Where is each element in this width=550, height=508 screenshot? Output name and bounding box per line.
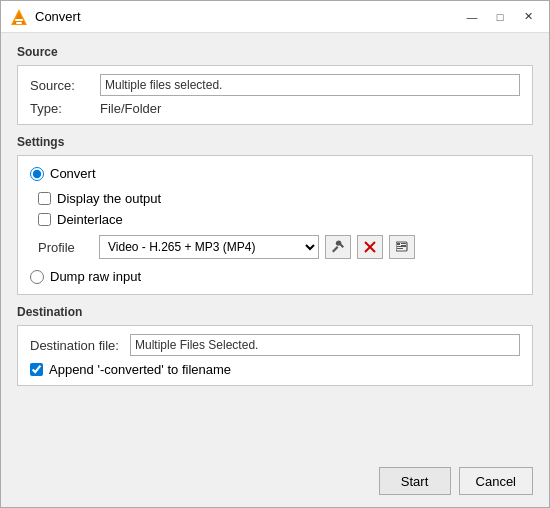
source-section: Source Source: Type: File/Folder	[17, 45, 533, 125]
settings-box: Convert Display the output Deinterlace P…	[17, 155, 533, 295]
footer: Start Cancel	[1, 459, 549, 507]
profile-label: Profile	[38, 240, 93, 255]
profile-select[interactable]: Video - H.265 + MP3 (MP4) Video - H.264 …	[99, 235, 319, 259]
dest-file-row: Destination file:	[30, 334, 520, 356]
svg-rect-7	[397, 243, 400, 245]
svg-rect-11	[397, 248, 403, 249]
append-row: Append '-converted' to filename	[30, 362, 520, 377]
edit-profile-button[interactable]	[325, 235, 351, 259]
dump-radio[interactable]	[30, 270, 44, 284]
window-title: Convert	[35, 9, 459, 24]
minimize-button[interactable]: —	[459, 7, 485, 27]
deinterlace-checkbox[interactable]	[38, 213, 51, 226]
append-label[interactable]: Append '-converted' to filename	[49, 362, 231, 377]
svg-rect-3	[16, 22, 22, 24]
type-row: Type: File/Folder	[30, 101, 520, 116]
svg-rect-9	[401, 245, 406, 246]
source-label: Source:	[30, 78, 100, 93]
dest-file-input[interactable]	[130, 334, 520, 356]
display-output-label[interactable]: Display the output	[57, 191, 161, 206]
window-controls: — □ ✕	[459, 7, 541, 27]
convert-radio-label[interactable]: Convert	[50, 166, 96, 181]
close-button[interactable]: ✕	[515, 7, 541, 27]
profile-row: Profile Video - H.265 + MP3 (MP4) Video …	[38, 235, 520, 259]
vlc-icon	[9, 7, 29, 27]
cancel-button[interactable]: Cancel	[459, 467, 533, 495]
destination-box: Destination file: Append '-converted' to…	[17, 325, 533, 386]
wrench-icon	[331, 240, 345, 254]
type-label: Type:	[30, 101, 100, 116]
dest-file-label: Destination file:	[30, 338, 130, 353]
svg-rect-10	[397, 246, 406, 247]
display-output-row: Display the output	[38, 191, 520, 206]
start-button[interactable]: Start	[379, 467, 451, 495]
delete-icon	[364, 241, 376, 253]
deinterlace-label[interactable]: Deinterlace	[57, 212, 123, 227]
main-content: Source Source: Type: File/Folder Setting…	[1, 33, 549, 459]
settings-section: Settings Convert Display the output Dein…	[17, 135, 533, 295]
settings-section-label: Settings	[17, 135, 533, 149]
new-profile-icon	[396, 241, 409, 254]
destination-section-label: Destination	[17, 305, 533, 319]
deinterlace-row: Deinterlace	[38, 212, 520, 227]
title-bar: Convert — □ ✕	[1, 1, 549, 33]
maximize-button[interactable]: □	[487, 7, 513, 27]
convert-radio-row: Convert	[30, 166, 520, 181]
destination-section: Destination Destination file: Append '-c…	[17, 305, 533, 386]
delete-profile-button[interactable]	[357, 235, 383, 259]
source-section-label: Source	[17, 45, 533, 59]
svg-rect-8	[401, 243, 406, 244]
convert-radio[interactable]	[30, 167, 44, 181]
source-row: Source:	[30, 74, 520, 96]
dump-radio-label[interactable]: Dump raw input	[50, 269, 141, 284]
source-input[interactable]	[100, 74, 520, 96]
source-box: Source: Type: File/Folder	[17, 65, 533, 125]
append-checkbox[interactable]	[30, 363, 43, 376]
display-output-checkbox[interactable]	[38, 192, 51, 205]
convert-window: Convert — □ ✕ Source Source: Type: File/…	[0, 0, 550, 508]
new-profile-button[interactable]	[389, 235, 415, 259]
svg-rect-2	[15, 19, 23, 21]
type-value: File/Folder	[100, 101, 161, 116]
dump-radio-row: Dump raw input	[30, 269, 520, 284]
